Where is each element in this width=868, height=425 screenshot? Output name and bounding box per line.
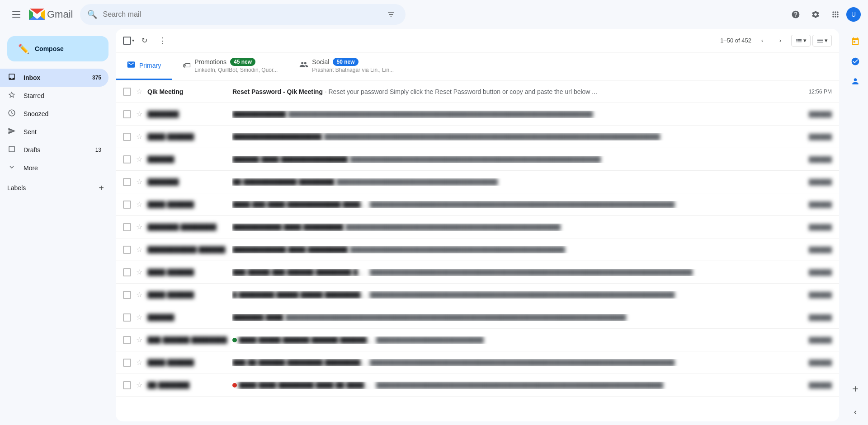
more-nav-icon	[7, 163, 16, 173]
email-subject: ████████████████████	[232, 133, 322, 140]
email-time: ██████	[809, 382, 832, 388]
email-row[interactable]: ☆██ ███████████ ████ ████████ ████ ██ ██…	[116, 374, 839, 397]
toolbar-left: ▾ ↻ ⋮	[123, 33, 170, 49]
sidebar-item-inbox[interactable]: Inbox 375	[0, 69, 108, 87]
settings-button[interactable]	[807, 5, 825, 23]
email-checkbox[interactable]	[123, 223, 131, 231]
email-body: ████████████████████████████████████████…	[232, 133, 802, 140]
starred-icon	[7, 91, 16, 101]
labels-header: Labels +	[0, 177, 116, 199]
add-side-button[interactable]	[846, 380, 864, 398]
tab-promotions[interactable]: 🏷 Promotions 45 new LinkedIn, QuillBot, …	[172, 52, 288, 80]
email-row[interactable]: ☆████████████ ████ █████████████████████…	[116, 148, 839, 171]
email-row[interactable]: ☆████ █████████ ██ ██████ ████████ █████…	[116, 351, 839, 374]
contacts-side-button[interactable]	[846, 72, 864, 90]
sidebar-item-more[interactable]: More	[0, 159, 108, 177]
add-label-button[interactable]: +	[94, 181, 108, 195]
email-star[interactable]: ☆	[135, 177, 144, 186]
email-star[interactable]: ☆	[135, 110, 144, 118]
email-sender: ██████	[147, 156, 229, 163]
email-sender: ████ ██████	[147, 269, 229, 276]
email-star[interactable]: ☆	[135, 336, 144, 344]
more-toolbar-button[interactable]: ⋮	[154, 33, 170, 49]
email-checkbox[interactable]	[123, 381, 131, 389]
tab-social[interactable]: Social 50 new Prashant Bhatnagar via Lin…	[288, 52, 405, 80]
email-row[interactable]: ☆███████████████████████████████████████…	[116, 103, 839, 126]
tab-primary[interactable]: Primary	[116, 52, 172, 80]
email-row[interactable]: ☆███ ██████ ████████████ █████ ██████ ██…	[116, 329, 839, 351]
email-checkbox[interactable]	[123, 313, 131, 322]
email-checkbox[interactable]	[123, 336, 131, 344]
email-checkbox[interactable]	[123, 178, 131, 186]
email-row[interactable]: ☆Qik MeetingReset Password - Qik Meeting…	[116, 80, 839, 103]
svg-rect-2	[12, 17, 20, 18]
email-preview: ████████████████████████████████████████…	[350, 156, 601, 163]
help-button[interactable]	[787, 5, 805, 23]
email-star[interactable]: ☆	[135, 223, 144, 231]
expand-panel-button[interactable]	[846, 403, 864, 421]
promotions-tab-content: Promotions 45 new LinkedIn, QuillBot, Sm…	[194, 58, 278, 73]
email-checkbox[interactable]	[123, 88, 131, 96]
next-page-button[interactable]: ›	[773, 33, 788, 48]
email-body: ██ ████████████ ████████████████████████…	[232, 178, 802, 186]
email-checkbox[interactable]	[123, 155, 131, 163]
sidebar-item-snoozed[interactable]: Snoozed	[0, 105, 108, 123]
email-sender: ███████	[147, 178, 229, 186]
select-all-checkbox[interactable]	[123, 37, 131, 45]
email-star[interactable]: ☆	[135, 358, 144, 367]
email-row[interactable]: ☆████ ██████████████████████████████████…	[116, 126, 839, 148]
email-time: ██████	[809, 156, 832, 163]
email-checkbox[interactable]	[123, 201, 131, 209]
calendar-side-button[interactable]	[846, 33, 864, 51]
email-checkbox[interactable]	[123, 359, 131, 367]
menu-button[interactable]	[7, 5, 25, 23]
email-checkbox[interactable]	[123, 133, 131, 141]
primary-tab-icon	[127, 60, 136, 71]
sidebar-item-sent[interactable]: Sent	[0, 123, 108, 141]
email-body: ████████████████████████████████████████…	[232, 111, 802, 118]
sidebar-item-starred[interactable]: Starred	[0, 87, 108, 105]
email-checkbox[interactable]	[123, 291, 131, 299]
prev-page-button[interactable]: ‹	[755, 33, 769, 48]
email-star[interactable]: ☆	[135, 290, 144, 299]
sidebar-item-drafts[interactable]: Drafts 13	[0, 141, 108, 159]
email-subject: ██ ████████████ ████████	[232, 178, 335, 186]
email-star[interactable]: ☆	[135, 200, 144, 209]
email-row[interactable]: ☆█████████████ █████████████████████████…	[116, 306, 839, 329]
email-sender: ██ ███████	[147, 382, 229, 389]
search-input[interactable]	[103, 10, 378, 19]
email-row[interactable]: ☆███████ ███████████████████ ████ ██████…	[116, 216, 839, 238]
email-time: ██████	[809, 292, 832, 298]
email-star[interactable]: ☆	[135, 132, 144, 141]
email-row[interactable]: ☆████ █████████ █████ ███ ██████ ███████…	[116, 261, 839, 284]
email-star[interactable]: ☆	[135, 313, 144, 322]
email-sender: ███████ ████████	[147, 224, 229, 231]
email-star[interactable]: ☆	[135, 245, 144, 254]
email-star[interactable]: ☆	[135, 268, 144, 276]
email-checkbox[interactable]	[123, 246, 131, 254]
email-subject: ██████ ████ ███████████████	[232, 156, 348, 163]
email-star[interactable]: ☆	[135, 87, 144, 96]
email-row[interactable]: ☆███████████ ██████████████████ ████ ███…	[116, 238, 839, 261]
select-dropdown-arrow[interactable]: ▾	[132, 38, 134, 43]
avatar[interactable]: U	[846, 7, 861, 22]
tasks-side-button[interactable]	[846, 52, 864, 70]
filter-icon[interactable]	[384, 6, 399, 23]
email-row[interactable]: ☆█████████ ████████████ ████████████████…	[116, 171, 839, 193]
tab-promotions-label: Promotions	[194, 58, 226, 65]
refresh-button[interactable]: ↻	[136, 33, 152, 49]
email-checkbox[interactable]	[123, 110, 131, 118]
email-star[interactable]: ☆	[135, 381, 144, 389]
social-badge: 50 new	[333, 58, 358, 66]
email-row[interactable]: ☆████ ███████ ████████ █████ █████ █████…	[116, 284, 839, 306]
email-preview: ████████████████████████████████████████…	[324, 133, 660, 140]
email-star[interactable]: ☆	[135, 155, 144, 163]
email-row[interactable]: ☆████ ██████████ ███ ████ ████████████ █…	[116, 193, 839, 216]
topbar: Gmail 🔍 U	[0, 0, 868, 29]
apps-button[interactable]	[826, 5, 844, 23]
compose-button[interactable]: ✏️ Compose	[7, 36, 108, 61]
search-icon: 🔍	[87, 9, 97, 19]
email-checkbox[interactable]	[123, 268, 131, 276]
density-view-button[interactable]: ▾	[812, 35, 832, 47]
list-view-button[interactable]: ▾	[791, 35, 811, 47]
